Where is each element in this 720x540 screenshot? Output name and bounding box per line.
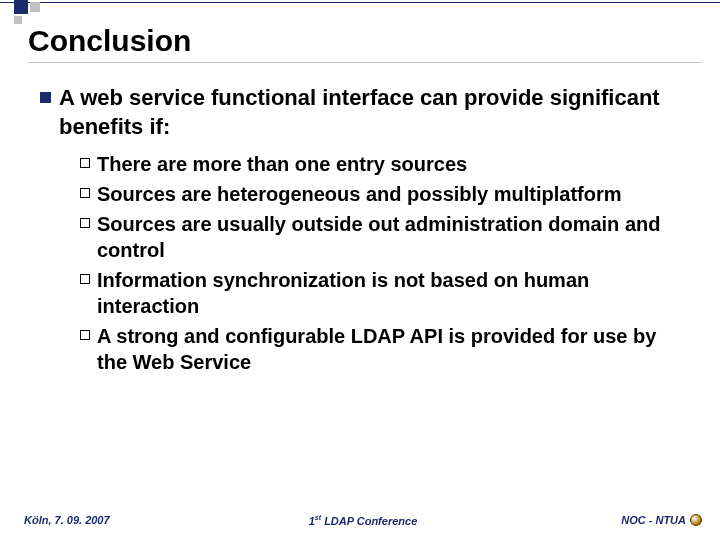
- main-bullet: A web service functional interface can p…: [40, 84, 690, 141]
- hollow-bullet-icon: [80, 330, 90, 340]
- top-accent: [0, 0, 720, 10]
- footer-conference: 1st LDAP Conference: [309, 514, 418, 527]
- footer: Köln, 7. 09. 2007 1st LDAP Conference NO…: [24, 514, 702, 526]
- title-underline: [28, 62, 702, 63]
- slide-title: Conclusion: [28, 24, 191, 58]
- slide: Conclusion A web service functional inte…: [0, 0, 720, 540]
- sub-bullet-text: Sources are usually outside out administ…: [97, 211, 690, 263]
- footer-org-text: NOC - NTUA: [621, 514, 686, 526]
- logo-icon: [690, 514, 702, 526]
- sub-bullet: A strong and configurable LDAP API is pr…: [80, 323, 690, 375]
- sub-bullet-text: Information synchronization is not based…: [97, 267, 690, 319]
- sub-bullet: Information synchronization is not based…: [80, 267, 690, 319]
- content-area: A web service functional interface can p…: [40, 84, 690, 379]
- sub-bullet-text: There are more than one entry sources: [97, 151, 467, 177]
- sub-bullet: There are more than one entry sources: [80, 151, 690, 177]
- hollow-bullet-icon: [80, 274, 90, 284]
- sub-bullet-list: There are more than one entry sources So…: [80, 151, 690, 375]
- footer-date: Köln, 7. 09. 2007: [24, 514, 110, 526]
- square-bullet-icon: [40, 92, 51, 103]
- hollow-bullet-icon: [80, 158, 90, 168]
- sub-bullet: Sources are heterogeneous and possibly m…: [80, 181, 690, 207]
- sub-bullet-text: A strong and configurable LDAP API is pr…: [97, 323, 690, 375]
- sub-bullet-text: Sources are heterogeneous and possibly m…: [97, 181, 622, 207]
- hollow-bullet-icon: [80, 188, 90, 198]
- footer-org: NOC - NTUA: [621, 514, 702, 526]
- hollow-bullet-icon: [80, 218, 90, 228]
- sub-bullet: Sources are usually outside out administ…: [80, 211, 690, 263]
- main-bullet-text: A web service functional interface can p…: [59, 84, 690, 141]
